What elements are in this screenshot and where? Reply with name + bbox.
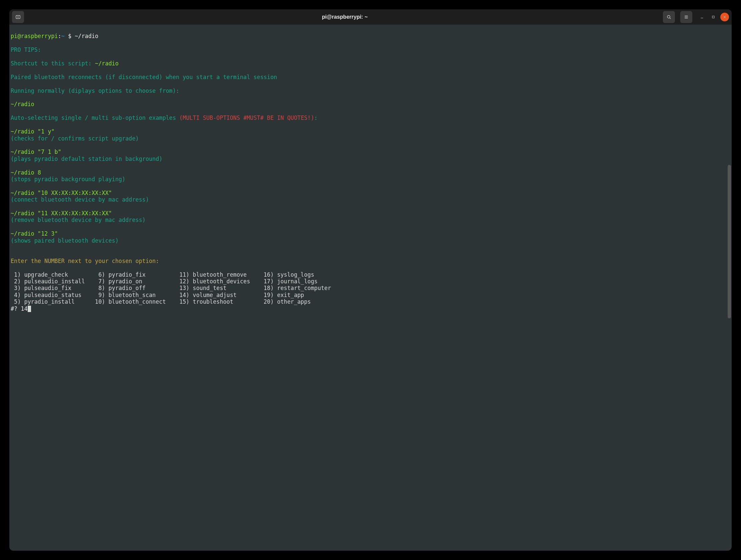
prompt-userhost: pi@raspberrypi: [11, 33, 58, 40]
minimize-button[interactable]: [697, 13, 706, 21]
ex3-cmd: ~/radio 8: [11, 169, 41, 176]
minimize-icon: [700, 15, 704, 19]
input-value[interactable]: 14: [21, 305, 27, 312]
prompt-dollar: $: [68, 33, 71, 40]
hamburger-menu-button[interactable]: [680, 11, 692, 23]
menu-prompt: Enter the NUMBER next to your chosen opt…: [11, 258, 159, 264]
tips-heading: PRO TIPS:: [11, 47, 41, 53]
tips-shortcut-label: Shortcut to this script:: [11, 60, 95, 67]
new-tab-button[interactable]: [12, 11, 24, 23]
maximize-icon: [711, 15, 715, 19]
close-button[interactable]: [720, 13, 729, 21]
scrollbar-thumb[interactable]: [728, 165, 731, 319]
window-title: pi@raspberrypi: ~: [27, 14, 663, 20]
terminal-viewport[interactable]: pi@raspberrypi:~ $ ~/radio PRO TIPS: Sho…: [9, 25, 732, 551]
prompt-command: ~/radio: [75, 33, 98, 40]
ex4-desc: (connect bluetooth device by mac address…: [11, 196, 149, 203]
svg-point-3: [667, 15, 670, 18]
prompt-path: ~: [61, 33, 65, 40]
svg-rect-9: [712, 16, 714, 18]
terminal-window: pi@raspberrypi: ~ pi@raspberrypi:~ $ ~/r…: [9, 9, 732, 551]
ex6-cmd: ~/radio "12 3": [11, 230, 58, 237]
menu-icon: [684, 14, 689, 20]
ex3-desc: (stops pyradio background playing): [11, 176, 126, 183]
ex5-cmd: ~/radio "11 XX:XX:XX:XX:XX:XX": [11, 210, 112, 217]
tips-run-normal: Running normally (diplays options to cho…: [11, 87, 179, 94]
tips-auto-warn: (MULTI SUB-OPTIONS #MUST# BE IN QUOTES!): [179, 115, 314, 121]
ex1-cmd: ~/radio "1 y": [11, 128, 54, 135]
prompt-colon: :: [58, 33, 61, 40]
search-button[interactable]: [663, 11, 675, 23]
input-prompt: #?: [11, 305, 21, 312]
close-icon: [723, 15, 727, 19]
tips-run-normal-cmd: ~/radio: [11, 101, 35, 108]
titlebar: pi@raspberrypi: ~: [9, 9, 732, 25]
ex4-cmd: ~/radio "10 XX:XX:XX:XX:XX:XX": [11, 190, 112, 196]
tips-auto-label: Auto-selecting single / multi sub-option…: [11, 115, 179, 121]
svg-line-4: [670, 18, 671, 19]
ex2-desc: (plays pyradio default station in backgr…: [11, 155, 162, 162]
cursor-icon: [28, 306, 31, 312]
ex1-desc: (checks for / confirms script upgrade): [11, 135, 139, 142]
maximize-button[interactable]: [709, 13, 718, 21]
tips-auto-colon: :: [314, 115, 318, 121]
ex2-cmd: ~/radio "7 1 b": [11, 148, 61, 155]
search-icon: [666, 14, 672, 20]
tips-shortcut-cmd: ~/radio: [95, 60, 119, 67]
ex6-desc: (shows paired bluetooth devices): [11, 237, 119, 244]
ex5-desc: (remove bluetooth device by mac address): [11, 217, 145, 223]
menu-options: 1) upgrade_check 6) pyradio_fix 11) blue…: [11, 271, 331, 305]
tips-bt-reconnect: Paired bluetooth reconnects (if disconne…: [11, 74, 277, 80]
